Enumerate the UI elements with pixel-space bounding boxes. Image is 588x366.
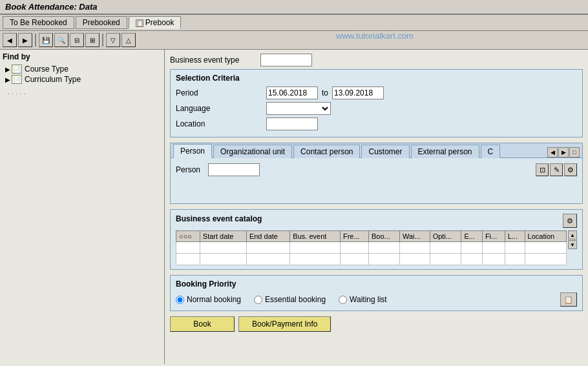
tab-header: Person Organizational unit Contact perso…	[171, 143, 582, 158]
col-boo: Boo...	[369, 231, 400, 242]
tree-item-curriculum-type[interactable]: ▶ 📄 Curriculum Type	[3, 74, 162, 85]
person-copy-btn[interactable]: ⊡	[536, 163, 549, 176]
booking-priority-content: Normal booking Essential booking Waiting…	[176, 292, 577, 307]
col-location: Location	[525, 231, 566, 242]
forward-btn[interactable]: ▶	[18, 33, 32, 47]
selection-criteria-box: Selection Criteria Period to Language Lo…	[170, 69, 583, 137]
col-fre: Fre...	[340, 231, 368, 242]
person-field-label: Person	[176, 165, 200, 174]
radio-essential-input[interactable]	[254, 296, 262, 304]
bottom-buttons: Book Book/Payment Info	[170, 316, 583, 332]
title-bar: Book Attendance: Data	[0, 0, 588, 15]
tab-content-person: Person ⊡ ✎ ⚙	[171, 158, 582, 203]
period-label: Period	[176, 88, 266, 97]
radio-group: Normal booking Essential booking Waiting…	[176, 295, 387, 304]
col-bus-event: Bus. event	[290, 231, 341, 242]
tab-scroll-left[interactable]: ◀	[547, 147, 558, 158]
filter-btn[interactable]: ▽	[106, 33, 120, 47]
tab-container: Person Organizational unit Contact perso…	[170, 143, 583, 204]
col-opti: Opti...	[430, 231, 461, 242]
person-settings-btn[interactable]: ⚙	[564, 163, 577, 176]
location-label: Location	[176, 119, 266, 128]
person-left: Person	[176, 163, 260, 176]
language-row: Language	[176, 102, 577, 115]
booking-priority-title: Booking Priority	[176, 280, 236, 289]
back-btn[interactable]: ◀	[3, 33, 17, 47]
tree-arrow-course: ▶	[5, 66, 12, 73]
grid2-btn[interactable]: ⊞	[85, 33, 100, 47]
book-button[interactable]: Book	[170, 316, 235, 332]
col-end-date: End date	[246, 231, 289, 242]
catalog-table: ○○○ Start date End date Bus. event Fre..…	[176, 230, 567, 265]
tab-contact-person[interactable]: Contact person	[293, 145, 360, 158]
selection-criteria-title: Selection Criteria	[176, 74, 577, 83]
tab-org-unit[interactable]: Organizational unit	[213, 145, 292, 158]
separator-1	[35, 34, 36, 46]
period-row: Period to	[176, 86, 577, 99]
catalog-table-wrapper: ○○○ Start date End date Bus. event Fre..…	[176, 230, 577, 265]
catalog-table-scroll: ○○○ Start date End date Bus. event Fre..…	[176, 230, 567, 265]
booking-priority-header: Booking Priority	[176, 280, 577, 292]
col-l: L...	[505, 231, 525, 242]
course-type-icon: 📄	[12, 65, 22, 74]
person-input[interactable]	[208, 163, 260, 176]
tab-external-person[interactable]: External person	[411, 145, 479, 158]
catalog-title: Business event catalog	[176, 214, 262, 223]
period-to-input[interactable]	[332, 86, 384, 99]
right-panel: Business event type Selection Criteria P…	[165, 50, 588, 364]
find-btn[interactable]: 🔍	[54, 33, 68, 47]
grid-btn[interactable]: ⊟	[70, 33, 84, 47]
col-start-date: Start date	[200, 231, 246, 242]
find-by-label: Find by	[3, 52, 162, 61]
period-from-input[interactable]	[266, 86, 318, 99]
business-event-type-label: Business event type	[170, 56, 260, 65]
location-input[interactable]	[266, 117, 318, 130]
tree-item-course-type[interactable]: ▶ 📄 Course Type	[3, 64, 162, 74]
save-btn[interactable]: 💾	[39, 33, 53, 47]
left-panel: Find by ▶ 📄 Course Type ▶ 📄 Curriculum T…	[0, 50, 165, 364]
separator-2	[102, 34, 103, 46]
person-edit-btn[interactable]: ✎	[550, 163, 563, 176]
ellipsis: · · · · ·	[3, 90, 162, 97]
radio-normal-input[interactable]	[176, 296, 184, 304]
booking-priority-box: Booking Priority Normal booking Essentia…	[170, 275, 583, 311]
business-event-type-input[interactable]	[260, 54, 312, 66]
catalog-scroll-buttons: ▲ ▼	[568, 230, 577, 265]
business-event-catalog-box: Business event catalog ⚙ ○○○ Start date …	[170, 209, 583, 270]
radio-waiting: Waiting list	[339, 295, 387, 304]
tab-person[interactable]: Person	[173, 144, 212, 158]
col-status: ○○○	[176, 231, 200, 242]
tab-c[interactable]: C	[481, 145, 501, 158]
tab-scroll-right[interactable]: ▶	[558, 147, 569, 158]
person-row: Person ⊡ ✎ ⚙	[176, 163, 577, 176]
tab-to-be-rebooked[interactable]: To Be Rebooked	[3, 16, 74, 29]
tree-arrow-curriculum: ▶	[5, 76, 12, 83]
tab-scroll-buttons: ◀ ▶ □	[547, 147, 580, 158]
main-content: Find by ▶ 📄 Course Type ▶ 📄 Curriculum T…	[0, 50, 588, 364]
tab-prebook[interactable]: 📋Prebook	[129, 16, 182, 29]
to-label: to	[322, 88, 328, 97]
table-row	[176, 242, 567, 254]
person-icon-buttons: ⊡ ✎ ⚙	[536, 163, 577, 176]
booking-priority-icon-btn[interactable]: 📋	[560, 292, 577, 307]
col-e: E...	[461, 231, 482, 242]
sort-btn[interactable]: △	[121, 33, 136, 47]
language-select[interactable]	[266, 102, 331, 115]
title-text: Book Attendance: Data	[5, 2, 98, 12]
catalog-scroll-down[interactable]: ▼	[568, 240, 577, 249]
tab-maximize[interactable]: □	[569, 147, 580, 158]
toolbar: ◀ ▶ 💾 🔍 ⊟ ⊞ ▽ △	[0, 31, 588, 50]
radio-normal: Normal booking	[176, 295, 241, 304]
radio-essential: Essential booking	[254, 295, 326, 304]
curriculum-type-icon: 📄	[12, 75, 22, 84]
location-row: Location	[176, 117, 577, 130]
book-payment-button[interactable]: Book/Payment Info	[238, 316, 331, 332]
tab-customer[interactable]: Customer	[361, 145, 409, 158]
table-row	[176, 254, 567, 265]
catalog-settings-btn[interactable]: ⚙	[563, 214, 577, 228]
tab-prebooked[interactable]: Prebooked	[76, 16, 127, 29]
radio-waiting-input[interactable]	[339, 296, 347, 304]
catalog-scroll-up[interactable]: ▲	[568, 230, 577, 239]
col-wai: Wai...	[400, 231, 430, 242]
business-event-type-row: Business event type	[170, 54, 583, 66]
